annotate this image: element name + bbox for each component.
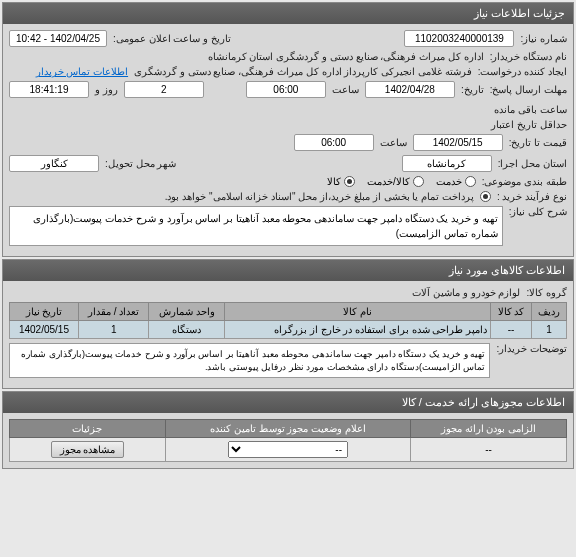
buy-process-desc: پرداخت تمام یا بخشی از مبلغ خرید،از محل … xyxy=(165,191,474,202)
licences-panel: اطلاعات مجوزهای ارائه خدمت / کالا الزامی… xyxy=(2,391,574,469)
label-deadline-hist: تاریخ: xyxy=(461,84,484,95)
td-code: -- xyxy=(491,321,532,339)
licences-header: اطلاعات مجوزهای ارائه خدمت / کالا xyxy=(3,392,573,413)
subject-class-radios: خدمت کالا/خدمت کالا xyxy=(327,176,476,187)
radio-goods[interactable] xyxy=(344,176,355,187)
need-info-header: جزئیات اطلاعات نیاز xyxy=(3,3,573,24)
td-name: دامپر طراحی شده برای استفاده در خارج از … xyxy=(225,321,491,339)
value-remain-days: 2 xyxy=(124,81,204,98)
value-deadline-date: 1402/04/28 xyxy=(365,81,455,98)
goods-body: گروه کالا: لوازم خودرو و ماشین آلات ردیف… xyxy=(3,281,573,388)
label-goods-group: گروه کالا: xyxy=(526,287,567,298)
value-need-no: 1102003240000139 xyxy=(404,30,514,47)
label-need-no: شماره نیاز: xyxy=(520,33,567,44)
label-city: شهر محل تحویل: xyxy=(105,158,176,169)
label-subject-class: طبقه بندی موضوعی: xyxy=(482,176,567,187)
licences-body: الزامی بودن ارائه مجوز اعلام وضعیت مجوز … xyxy=(3,413,573,468)
label-hour-1: ساعت xyxy=(332,84,359,95)
label-need-summary: شرح کلی نیاز: xyxy=(509,206,567,217)
radio-buy-process[interactable] xyxy=(480,191,491,202)
label-buyer-org: نام دستگاه خریدار: xyxy=(490,51,567,62)
th-row: ردیف xyxy=(531,303,566,321)
label-province: استان محل اجرا: xyxy=(498,158,567,169)
value-city: کنگاور xyxy=(9,155,99,172)
lth-mandatory: الزامی بودن ارائه مجوز xyxy=(411,420,567,438)
th-name: نام کالا xyxy=(225,303,491,321)
label-buy-process: نوع فرآیند خرید : xyxy=(497,191,567,202)
value-remain-time: 18:41:19 xyxy=(9,81,89,98)
value-deadline-hour: 06:00 xyxy=(246,81,326,98)
th-unit: واحد شمارش xyxy=(149,303,225,321)
radio-service[interactable] xyxy=(465,176,476,187)
goods-table: ردیف کد کالا نام کالا واحد شمارش تعداد /… xyxy=(9,302,567,339)
view-licence-button[interactable]: مشاهده مجوز xyxy=(51,441,125,458)
ltd-details: مشاهده مجوز xyxy=(10,438,166,462)
td-needdate: 1402/05/15 xyxy=(10,321,79,339)
ltd-mandatory: -- xyxy=(411,438,567,462)
th-qty: تعداد / مقدار xyxy=(78,303,148,321)
licence-table: الزامی بودن ارائه مجوز اعلام وضعیت مجوز … xyxy=(9,419,567,462)
label-price-until: قیمت تا تاریخ: xyxy=(509,137,567,148)
value-province: کرمانشاه xyxy=(402,155,492,172)
label-requester: ایجاد کننده درخواست: xyxy=(478,66,567,77)
label-min-valid: حداقل تاریخ اعتبار xyxy=(491,119,567,130)
value-announce-date: 1402/04/25 - 10:42 xyxy=(9,30,107,47)
label-deadline: مهلت ارسال پاسخ: xyxy=(490,84,567,95)
label-buyer-notes: توضیحات خریدار: xyxy=(496,343,567,354)
need-info-body: شماره نیاز: 1102003240000139 تاریخ و ساع… xyxy=(3,24,573,256)
ltd-status: -- xyxy=(165,438,410,462)
buyer-notes-box: تهیه و خرید یک دستگاه دامپر جهت ساماندهی… xyxy=(9,343,490,378)
value-valid-hour: 06:00 xyxy=(294,134,374,151)
licence-row: -- -- مشاهده مجوز xyxy=(10,438,567,462)
radio-service-label: خدمت xyxy=(436,176,462,187)
label-hour-2: ساعت xyxy=(380,137,407,148)
table-row: 1 -- دامپر طراحی شده برای استفاده در خار… xyxy=(10,321,567,339)
goods-panel: اطلاعات کالاهای مورد نیاز گروه کالا: لوا… xyxy=(2,259,574,389)
label-remaining: ساعت باقی مانده xyxy=(494,104,567,115)
need-info-panel: جزئیات اطلاعات نیاز شماره نیاز: 11020032… xyxy=(2,2,574,257)
radio-goods-label: کالا xyxy=(327,176,341,187)
label-day-and: روز و xyxy=(95,84,118,95)
licence-status-select[interactable]: -- xyxy=(228,441,348,458)
th-code: کد کالا xyxy=(491,303,532,321)
need-summary-box: تهیه و خرید یک دستگاه دامپر جهت ساماندهی… xyxy=(9,206,503,246)
label-announce-date: تاریخ و ساعت اعلان عمومی: xyxy=(113,33,231,44)
lth-status: اعلام وضعیت مجوز توسط تامین کننده xyxy=(165,420,410,438)
td-unit: دستگاه xyxy=(149,321,225,339)
buyer-contact-link[interactable]: اطلاعات تماس خریدار xyxy=(36,66,129,77)
lth-details: جزئیات xyxy=(10,420,166,438)
td-qty: 1 xyxy=(78,321,148,339)
th-needdate: تاریخ نیاز xyxy=(10,303,79,321)
goods-header: اطلاعات کالاهای مورد نیاز xyxy=(3,260,573,281)
td-row: 1 xyxy=(531,321,566,339)
value-requester: فرشته غلامی انجیرکی کارپرداز اداره کل می… xyxy=(134,66,472,77)
value-goods-group: لوازم خودرو و ماشین آلات xyxy=(412,287,520,298)
radio-goods-service[interactable] xyxy=(413,176,424,187)
radio-goods-service-label: کالا/خدمت xyxy=(367,176,410,187)
value-buyer-org: اداره کل میراث فرهنگی، صنایع دستی و گردش… xyxy=(208,51,484,62)
value-valid-date: 1402/05/15 xyxy=(413,134,503,151)
